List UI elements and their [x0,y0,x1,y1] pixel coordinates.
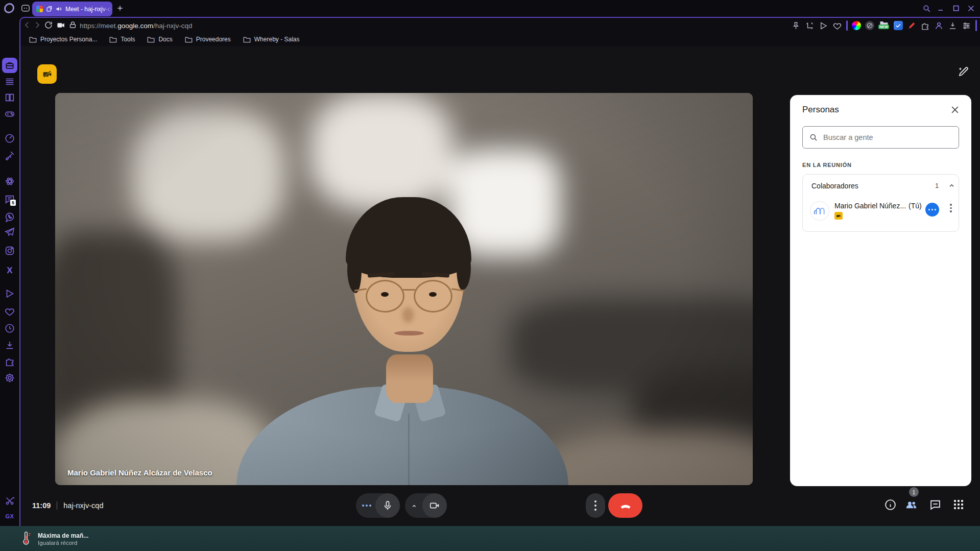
sidebar-item-favorites[interactable] [4,306,15,317]
self-name-overlay: Mario Gabriel Núñez Alcázar de Velasco [67,468,212,477]
camera-button[interactable] [422,493,447,518]
collaborators-count: 1 [935,182,939,189]
sidebar-item-speeddial[interactable] [4,133,15,144]
bookmark-folder-whereby[interactable]: Whereby - Salas [243,36,300,43]
tab-audio-icon[interactable] [56,6,62,12]
sidebar-item-bookmarks[interactable] [4,92,15,103]
ext-folder-new-icon[interactable]: NEW [878,20,890,31]
maximize-button[interactable] [952,4,961,13]
people-button[interactable]: 1 [904,498,918,511]
collaborators-collapse-button[interactable] [947,181,956,190]
collaborators-group-label: Colaboradores [811,182,858,190]
camera-control[interactable] [405,493,447,518]
sidebar-item-gx-corner[interactable]: GX [3,513,16,519]
ext-puzzle-icon[interactable] [920,21,930,31]
url-scheme: https://meet. [80,22,117,30]
ext-adblock-icon[interactable] [865,21,874,30]
sidebar-item-x-twitter[interactable]: X [4,265,15,276]
reload-button[interactable] [44,20,53,30]
sidebar-item-snip[interactable] [4,495,15,507]
meeting-code: haj-nxjv-cqd [63,501,103,510]
sidebar-item-settings[interactable] [4,372,15,384]
sidebar-item-cleaner[interactable] [4,150,15,161]
forward-button[interactable] [33,20,42,30]
url-domain: google.com [117,22,153,30]
sidebar-item-flow[interactable] [4,288,15,299]
sidebar-item-workspace[interactable] [2,58,17,73]
tab-popout-icon [46,6,53,12]
participant-audio-indicator[interactable] [925,203,939,217]
sidebar-setup-icon[interactable] [21,4,30,12]
participant-avatar [810,201,829,221]
bookmarks-bar: Proyectos Persona... Tools Docs Proveedo… [29,33,744,46]
back-button[interactable] [22,20,32,30]
sidebar-item-aria-ai[interactable] [4,176,15,187]
camera-off-chip[interactable] [37,64,57,84]
weather-subtitle: Igualará récord [38,540,88,546]
video-vignette [55,93,753,485]
bookmark-heart-icon[interactable] [832,21,842,31]
more-options-button[interactable] [586,493,605,518]
ext-check-icon[interactable] [894,21,903,30]
sidebar-item-whatsapp[interactable] [4,211,15,223]
site-security-lock-icon[interactable] [68,20,77,29]
easy-setup-icon[interactable] [962,21,971,31]
new-tab-button[interactable] [114,3,126,14]
sidebar-item-history[interactable] [4,323,15,334]
participant-camera-off-badge [834,212,843,220]
bookmark-folder-docs[interactable]: Docs [147,36,172,43]
sidebar-item-feed[interactable] [4,76,15,87]
downloads-tray-icon[interactable] [948,21,958,31]
visual-effects-button[interactable] [958,65,970,78]
sidebar-item-instagram[interactable] [4,245,15,256]
chat-button[interactable] [929,498,942,511]
bookmark-folder-tools[interactable]: Tools [109,36,135,43]
minimize-button[interactable] [937,4,945,13]
snapshot-icon[interactable] [805,21,815,31]
sidebar-item-downloads[interactable] [4,340,15,351]
mic-control[interactable] [356,493,400,518]
collaborators-card: Colaboradores 1 Mario Gabriel Núñez... (… [802,174,959,232]
send-to-flow-icon[interactable] [819,21,828,31]
ext-colorpicker-icon[interactable] [852,21,861,30]
audio-level-indicator [362,505,371,507]
ext-highlighter-icon[interactable] [907,21,916,30]
tab-fade [101,2,112,16]
people-panel-close-button[interactable] [950,105,960,115]
url-path: /haj-nxjv-cqd [153,22,193,30]
meeting-clock: 11:09 [32,501,51,510]
participant-more-button[interactable] [950,204,952,212]
end-call-button[interactable] [608,493,642,518]
thermometer-icon [20,531,32,546]
people-count-badge: 1 [909,487,919,497]
camera-options-chevron[interactable] [410,502,418,510]
people-search-input[interactable] [823,133,952,141]
browser-tab-meet[interactable]: Meet - haj-nxjv-cq [32,2,112,16]
browser-sidebar: 5 X GX [0,17,19,526]
taskbar-weather-widget[interactable]: Máxima de mañ... Igualará récord [20,529,88,548]
mic-button[interactable] [375,493,400,518]
meeting-info-divider [57,501,57,510]
pinboard-icon[interactable] [791,21,801,31]
opera-logo-icon[interactable] [4,3,15,13]
people-search-box[interactable] [802,126,959,149]
sidebar-item-extensions[interactable] [4,356,15,367]
profile-icon[interactable] [934,21,944,31]
people-panel-title: Personas [802,105,839,115]
weather-title: Máxima de mañ... [38,532,88,539]
sidebar-item-games[interactable] [4,108,15,119]
sidebar-item-telegram[interactable] [4,226,15,237]
participant-row[interactable]: Mario Gabriel Núñez... (Tú) [803,196,960,228]
participant-you-tag: (Tú) [909,202,922,210]
meeting-details-button[interactable] [884,498,897,511]
sidebar-item-messenger[interactable]: 5 [4,194,15,205]
close-button[interactable] [967,4,975,13]
activities-button[interactable] [952,498,965,511]
bookmark-folder-proyectos[interactable]: Proyectos Persona... [29,36,97,43]
camera-in-use-icon[interactable] [56,21,66,30]
self-video-tile[interactable]: Mario Gabriel Núñez Alcázar de Velasco [55,93,753,485]
ext-new-badge: NEW [878,25,889,29]
bookmark-folder-proveedores[interactable]: Proveedores [185,36,231,43]
url-field[interactable]: https://meet.google.com/haj-nxjv-cqd [80,20,193,31]
browser-search-icon[interactable] [922,4,931,13]
